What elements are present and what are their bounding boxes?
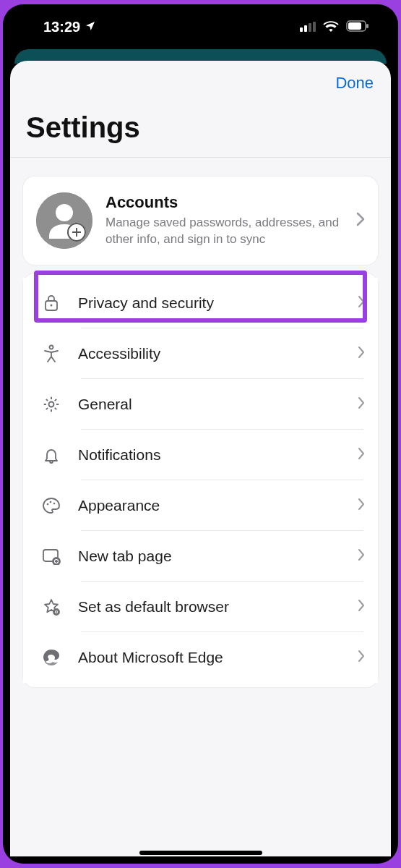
done-button[interactable]: Done	[335, 74, 374, 93]
svg-point-12	[51, 305, 53, 307]
avatar-icon	[36, 192, 92, 249]
svg-point-15	[47, 503, 49, 506]
chevron-right-icon	[358, 650, 365, 665]
row-about-edge[interactable]: About Microsoft Edge	[23, 632, 378, 683]
row-appearance[interactable]: Appearance	[23, 480, 378, 531]
svg-point-17	[53, 503, 56, 505]
settings-list: Privacy and security Accessibility	[23, 273, 378, 687]
row-label: About Microsoft Edge	[78, 649, 343, 666]
row-label: Notifications	[78, 446, 343, 464]
divider	[10, 157, 391, 158]
svg-rect-1	[304, 25, 307, 32]
lock-icon	[39, 294, 64, 312]
chevron-right-icon	[358, 599, 365, 615]
svg-rect-6	[366, 24, 368, 28]
row-label: General	[78, 396, 343, 413]
chevron-right-icon	[358, 498, 365, 514]
chevron-right-icon	[358, 548, 365, 564]
accounts-title: Accounts	[105, 193, 343, 212]
accounts-subtitle: Manage saved passwords, addresses, and o…	[105, 215, 343, 248]
status-bar: 13:29	[3, 4, 398, 49]
svg-rect-0	[300, 27, 303, 32]
chevron-right-icon	[358, 346, 365, 362]
row-accessibility[interactable]: Accessibility	[23, 328, 378, 379]
row-general[interactable]: General	[23, 379, 378, 430]
svg-point-13	[50, 346, 53, 349]
home-indicator[interactable]	[139, 851, 262, 855]
row-new-tab-page[interactable]: New tab page	[23, 531, 378, 582]
svg-point-16	[50, 501, 52, 503]
svg-rect-3	[313, 22, 316, 32]
wifi-icon	[323, 19, 339, 35]
accessibility-icon	[39, 344, 64, 363]
status-time: 13:29	[43, 19, 80, 35]
bell-icon	[39, 446, 64, 464]
gear-icon	[39, 395, 64, 414]
svg-point-23	[56, 611, 57, 613]
cellular-icon	[300, 19, 316, 35]
row-label: New tab page	[78, 548, 343, 565]
row-label: Set as default browser	[78, 598, 343, 616]
chevron-right-icon	[358, 396, 365, 412]
row-label: Appearance	[78, 497, 343, 514]
svg-rect-5	[348, 22, 361, 30]
row-notifications[interactable]: Notifications	[23, 430, 378, 480]
svg-point-14	[49, 402, 54, 407]
battery-icon	[346, 19, 369, 35]
accounts-card[interactable]: Accounts Manage saved passwords, address…	[23, 176, 378, 265]
svg-rect-2	[309, 23, 311, 32]
row-label: Accessibility	[78, 345, 343, 362]
device-frame: 13:29	[0, 0, 401, 868]
svg-point-8	[56, 204, 73, 221]
row-label: Privacy and security	[78, 294, 343, 312]
row-privacy-security[interactable]: Privacy and security	[23, 278, 378, 328]
chevron-right-icon	[356, 212, 365, 229]
settings-sheet: Done Settings	[10, 61, 391, 856]
screen: 13:29	[3, 4, 398, 864]
newtab-icon	[39, 548, 64, 565]
location-icon	[85, 19, 96, 35]
page-title: Settings	[10, 97, 391, 157]
chevron-right-icon	[358, 447, 365, 463]
edge-icon	[39, 648, 64, 667]
row-default-browser[interactable]: Set as default browser	[23, 582, 378, 632]
palette-icon	[39, 497, 64, 514]
star-gear-icon	[39, 597, 64, 616]
chevron-right-icon	[358, 295, 365, 311]
